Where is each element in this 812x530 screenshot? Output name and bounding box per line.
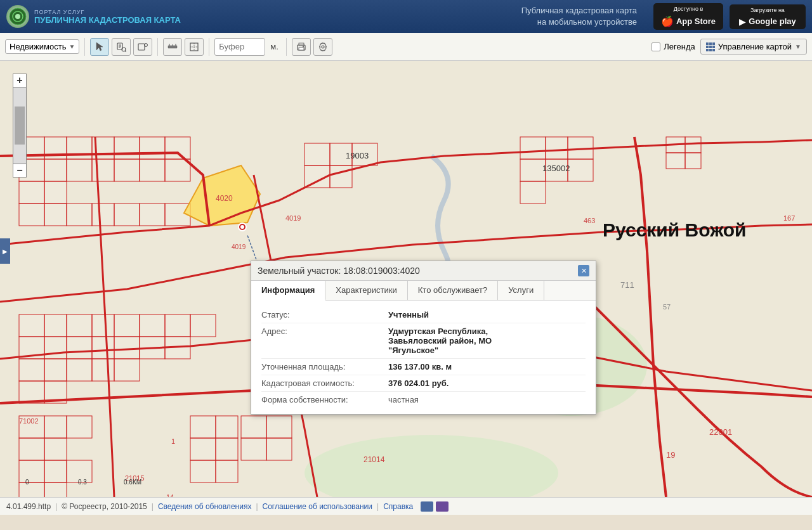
legend-label: Легенда bbox=[664, 42, 695, 51]
category-dropdown[interactable]: Недвижимость ▼ bbox=[5, 39, 79, 54]
tab-characteristics[interactable]: Характеристики bbox=[325, 281, 407, 300]
header-right: Публичная кадастровая карта на мобильном… bbox=[521, 3, 806, 30]
svg-rect-43 bbox=[140, 159, 165, 181]
svg-rect-103 bbox=[685, 137, 701, 153]
sidebar-collapse-button[interactable]: ▶ bbox=[0, 238, 10, 264]
svg-rect-29 bbox=[44, 159, 67, 181]
googleplay-label: Загрузите на bbox=[750, 7, 785, 13]
header: Портал услуг Публичная кадастровая карта… bbox=[0, 0, 812, 33]
svg-rect-98 bbox=[520, 159, 546, 181]
footer-link-help[interactable]: Справка bbox=[383, 502, 413, 511]
svg-rect-59 bbox=[92, 314, 114, 337]
googleplay-badge[interactable]: Загрузите на ▶ Google play bbox=[730, 4, 806, 29]
portal-label: Портал услуг bbox=[34, 9, 181, 15]
toolbar: Недвижимость ▼ bbox=[0, 33, 812, 61]
footer-copyright: © Росреестр, 2010-2015 bbox=[62, 502, 147, 511]
measure-button[interactable] bbox=[163, 38, 182, 56]
svg-rect-36 bbox=[114, 159, 140, 181]
zoom-in-button[interactable]: + bbox=[13, 74, 27, 87]
zoom-out-button[interactable]: − bbox=[13, 164, 27, 178]
footer-link-agreement[interactable]: Соглашение об использовании bbox=[263, 502, 373, 511]
svg-rect-69 bbox=[190, 314, 216, 337]
svg-rect-48 bbox=[19, 314, 44, 337]
map-control-button[interactable]: Управление картой ▼ bbox=[700, 39, 807, 55]
svg-rect-91 bbox=[330, 143, 352, 165]
svg-rect-90 bbox=[304, 143, 330, 165]
svg-rect-92 bbox=[352, 143, 377, 165]
zoom-controls: + − bbox=[13, 74, 27, 178]
tab-who-serves[interactable]: Кто обслуживает? bbox=[408, 281, 498, 300]
appstore-label: Доступно в bbox=[674, 6, 704, 12]
dropdown-arrow-icon: ▼ bbox=[69, 43, 75, 50]
toolbar-separator-1 bbox=[84, 38, 85, 56]
svg-rect-95 bbox=[520, 137, 546, 159]
zoom-slider[interactable] bbox=[13, 87, 27, 164]
svg-rect-104 bbox=[666, 153, 685, 169]
googleplay-icon: ▶ bbox=[739, 16, 746, 27]
svg-rect-55 bbox=[44, 359, 67, 381]
svg-rect-101 bbox=[520, 181, 546, 204]
svg-rect-72 bbox=[19, 438, 44, 460]
svg-rect-94 bbox=[330, 165, 352, 188]
svg-rect-80 bbox=[190, 416, 216, 438]
site-title: Публичная кадастровая карта bbox=[34, 15, 181, 25]
svg-rect-39 bbox=[67, 204, 92, 226]
print-button[interactable] bbox=[292, 38, 311, 56]
svg-marker-106 bbox=[184, 165, 260, 226]
svg-rect-81 bbox=[216, 416, 238, 438]
svg-rect-78 bbox=[19, 482, 44, 497]
info-tool-button[interactable] bbox=[112, 38, 131, 56]
svg-rect-46 bbox=[165, 159, 190, 181]
slogan-line1: Публичная кадастровая карта bbox=[521, 5, 637, 16]
svg-rect-87 bbox=[241, 438, 266, 460]
footer-sep-4: | bbox=[377, 502, 379, 511]
popup-title: Земельный участок: 18:08:019003:4020 bbox=[258, 266, 420, 276]
svg-rect-86 bbox=[241, 416, 266, 438]
svg-rect-63 bbox=[92, 359, 114, 381]
tab-information[interactable]: Информация bbox=[251, 281, 325, 301]
svg-rect-96 bbox=[546, 137, 568, 159]
svg-rect-53 bbox=[67, 337, 92, 359]
search-parcel-button[interactable] bbox=[133, 38, 152, 56]
footer-link-updates[interactable]: Сведения об обновлениях bbox=[158, 502, 252, 511]
footer-icons bbox=[421, 501, 449, 512]
svg-rect-61 bbox=[92, 337, 114, 359]
info-row-cadastral-value: Кадастровая стоимость: 376 024.01 руб. bbox=[261, 375, 586, 392]
svg-rect-84 bbox=[190, 460, 216, 482]
svg-rect-31 bbox=[44, 181, 67, 204]
footer: 4.01.499.http | © Росреестр, 2010-2015 |… bbox=[0, 497, 812, 515]
svg-rect-99 bbox=[546, 159, 568, 181]
appstore-badge[interactable]: Доступно в 🍎 App Store bbox=[653, 3, 723, 30]
svg-rect-77 bbox=[67, 460, 92, 482]
area-button[interactable] bbox=[185, 38, 204, 56]
svg-rect-73 bbox=[44, 438, 67, 460]
svg-rect-32 bbox=[67, 159, 92, 181]
settings-button[interactable] bbox=[313, 38, 332, 56]
slogan-line2: на мобильном устройстве bbox=[521, 16, 637, 28]
svg-point-112 bbox=[240, 225, 244, 229]
footer-sep-3: | bbox=[256, 502, 258, 511]
map-container[interactable]: Русский Вожой Долгушка 19003 135002 4020… bbox=[0, 61, 812, 497]
apple-icon: 🍎 bbox=[661, 15, 674, 27]
svg-rect-64 bbox=[114, 359, 140, 381]
cursor-tool-button[interactable] bbox=[90, 38, 109, 56]
svg-rect-71 bbox=[44, 416, 67, 438]
map-control-label: Управление картой bbox=[718, 42, 792, 51]
tab-services[interactable]: Услуги bbox=[498, 281, 544, 300]
info-row-area: Уточненная площадь: 136 137.00 кв. м bbox=[261, 359, 586, 375]
area-label: Уточненная площадь: bbox=[261, 362, 388, 372]
header-logo: Портал услуг Публичная кадастровая карта bbox=[6, 5, 181, 28]
toolbar-separator-4 bbox=[286, 38, 287, 56]
ownership-label: Форма собственности: bbox=[261, 395, 388, 404]
popup-close-button[interactable]: ✕ bbox=[578, 265, 589, 276]
info-row-address: Адрес: Удмуртская Республика,Завьяловски… bbox=[261, 323, 586, 359]
svg-rect-58 bbox=[67, 359, 92, 381]
buffer-input[interactable] bbox=[214, 38, 265, 56]
footer-url: 4.01.499.http bbox=[6, 502, 51, 511]
map-grid-icon bbox=[706, 42, 715, 51]
zoom-bar-indicator bbox=[15, 107, 25, 145]
toolbar-separator-3 bbox=[209, 38, 209, 56]
svg-rect-52 bbox=[44, 337, 67, 359]
legend-toggle[interactable]: Легенда bbox=[652, 42, 695, 51]
status-label: Статус: bbox=[261, 310, 388, 320]
